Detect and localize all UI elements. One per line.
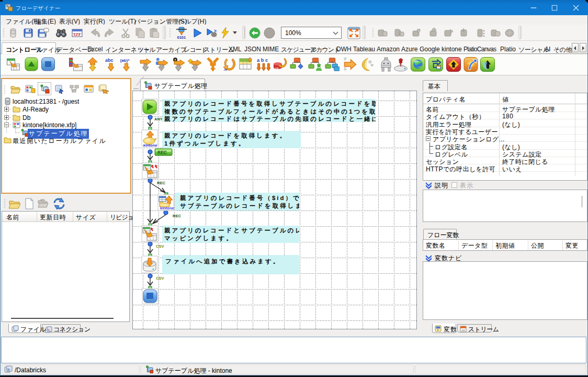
svg-text:kintone: kintone — [143, 143, 157, 148]
svg-text:(ab)*: (ab)* — [120, 58, 130, 63]
svg-text:DB: DB — [275, 67, 279, 70]
svg-text:REC: REC — [173, 214, 181, 218]
svg-text:abc: abc — [105, 58, 114, 63]
svg-text:CSV: CSV — [156, 244, 164, 249]
svg-text:0101: 0101 — [177, 35, 186, 39]
svg-text:a b c: a b c — [257, 58, 268, 63]
svg-text:ANY: ANY — [154, 117, 163, 121]
svg-text:kintone: kintone — [160, 206, 174, 210]
svg-text:REC: REC — [157, 181, 165, 185]
svg-text:123: 123 — [73, 32, 81, 37]
svg-text:CSV: CSV — [156, 276, 164, 281]
svg-text:REC: REC — [157, 150, 167, 155]
svg-text:.n: .n — [223, 68, 227, 71]
